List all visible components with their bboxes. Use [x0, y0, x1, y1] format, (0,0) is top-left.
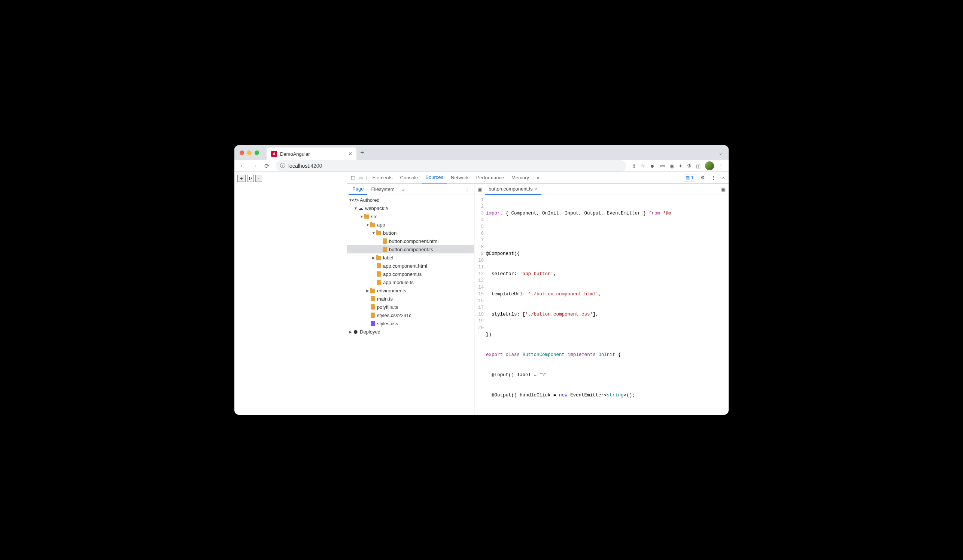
- nav-tab-overflow[interactable]: »: [398, 184, 409, 195]
- file-icon: [376, 271, 381, 277]
- maximize-window-button[interactable]: [255, 151, 259, 155]
- navigator-tabs: Page Filesystem » ⋮: [347, 184, 474, 195]
- share-icon[interactable]: ⇪: [632, 163, 636, 169]
- nav-tab-filesystem[interactable]: Filesystem: [367, 184, 398, 195]
- back-button[interactable]: ←: [237, 160, 248, 171]
- site-info-icon[interactable]: ⓘ: [280, 162, 285, 169]
- extension-icon-3[interactable]: ◉: [670, 163, 674, 169]
- devtools-menu-icon[interactable]: ⋮: [710, 175, 717, 180]
- increment-button[interactable]: +: [237, 175, 246, 182]
- devtools-tabs: ⬚ ▭ | Elements Console Sources Network P…: [347, 172, 729, 184]
- file-icon: [376, 263, 381, 269]
- tree-src[interactable]: ▼src: [347, 212, 474, 220]
- issues-button[interactable]: ▤ 1: [683, 174, 696, 181]
- tab-overflow[interactable]: »: [533, 172, 543, 183]
- deployed-icon: ⬢: [352, 329, 358, 335]
- editor-tabs: ▣ button.component.ts × ▣: [474, 184, 729, 195]
- angular-favicon: A: [271, 151, 277, 157]
- close-tab-button[interactable]: ×: [349, 151, 352, 157]
- bookmark-icon[interactable]: ☆: [640, 163, 645, 169]
- tree-styles-css[interactable]: styles.css: [347, 319, 474, 327]
- tab-strip: A DemoAngular × + ⌄: [234, 145, 729, 160]
- tree-main-ts[interactable]: main.ts: [347, 295, 474, 303]
- tab-title: DemoAngular: [280, 151, 345, 157]
- tree-button-ts[interactable]: button.component.ts: [347, 245, 474, 253]
- tree-styles-q[interactable]: styles.css?231c: [347, 311, 474, 319]
- close-editor-tab-icon[interactable]: ×: [535, 186, 538, 192]
- minimize-window-button[interactable]: [247, 151, 251, 155]
- tab-dropdown-button[interactable]: ⌄: [718, 150, 723, 156]
- folder-icon: [370, 222, 376, 228]
- extensions-icon[interactable]: ✦: [678, 163, 683, 169]
- navigator-menu-icon[interactable]: ⋮: [462, 186, 472, 192]
- url-port: :4200: [309, 163, 322, 169]
- file-icon: [381, 246, 387, 252]
- tab-sources[interactable]: Sources: [422, 172, 447, 183]
- folder-icon: [370, 288, 376, 293]
- tab-network[interactable]: Network: [447, 172, 472, 183]
- tab-elements[interactable]: Elements: [368, 172, 396, 183]
- tree-button-folder[interactable]: ▼button: [347, 229, 474, 237]
- sources-navigator: Page Filesystem » ⋮ ▼</>Authored ▼☁webpa…: [347, 184, 474, 415]
- decrement-button[interactable]: -: [255, 175, 262, 182]
- forward-button[interactable]: →: [250, 160, 260, 171]
- tree-webpack[interactable]: ▼☁webpack://: [347, 204, 474, 212]
- new-tab-button[interactable]: +: [360, 149, 364, 157]
- profile-avatar[interactable]: [705, 161, 714, 170]
- issue-icon: ▤: [686, 175, 690, 180]
- editor-tab-active[interactable]: button.component.ts ×: [485, 184, 541, 195]
- tree-label-folder[interactable]: ▶label: [347, 253, 474, 262]
- close-devtools-icon[interactable]: ×: [720, 175, 726, 180]
- address-bar[interactable]: ⓘ localhost:4200: [276, 160, 626, 172]
- url-host: localhost: [288, 163, 309, 169]
- inspect-element-icon[interactable]: ⬚: [349, 175, 357, 180]
- reload-button[interactable]: ⟳: [261, 160, 272, 171]
- tree-deployed[interactable]: ▶⬢Deployed: [347, 327, 474, 336]
- tree-app-module-ts[interactable]: app.module.ts: [347, 278, 474, 286]
- tree-app[interactable]: ▼app: [347, 220, 474, 229]
- line-gutter: 1234567891011121314151617181920: [474, 195, 486, 415]
- code-content: import { Component, OnInit, Input, Outpu…: [486, 195, 671, 415]
- counter-value: 0: [247, 175, 254, 182]
- toggle-navigator-icon[interactable]: ▣: [474, 186, 485, 192]
- file-icon: [381, 238, 387, 244]
- tab-console[interactable]: Console: [397, 172, 422, 183]
- tab-memory[interactable]: Memory: [508, 172, 533, 183]
- tree-app-component-ts[interactable]: app.component.ts: [347, 270, 474, 278]
- file-tree: ▼</>Authored ▼☁webpack:// ▼src ▼app ▼but…: [347, 195, 474, 415]
- tree-authored[interactable]: ▼</>Authored: [347, 196, 474, 204]
- file-icon: [370, 320, 376, 327]
- nav-tab-page[interactable]: Page: [349, 184, 367, 195]
- sources-body: Page Filesystem » ⋮ ▼</>Authored ▼☁webpa…: [347, 184, 729, 415]
- labs-icon[interactable]: ⚗: [687, 163, 692, 169]
- toggle-debugger-icon[interactable]: ▣: [718, 186, 729, 192]
- tab-performance[interactable]: Performance: [472, 172, 508, 183]
- extension-icon-2[interactable]: 👓: [659, 163, 665, 169]
- file-icon: [370, 296, 376, 302]
- editor-area: ▣ button.component.ts × ▣ 12345678910111…: [474, 184, 729, 415]
- tree-app-component-html[interactable]: app.component.html: [347, 262, 474, 270]
- code-icon: </>: [352, 197, 358, 203]
- folder-icon: [376, 254, 381, 261]
- content-area: + 0 - ⬚ ▭ | Elements Console Sources Net…: [234, 172, 729, 415]
- browser-tab[interactable]: A DemoAngular ×: [267, 147, 357, 160]
- toolbar-actions: ⇪ ☆ ☻ 👓 ◉ ✦ ⚗ ◫ ⋮: [630, 161, 726, 170]
- extension-icon-1[interactable]: ☻: [650, 163, 655, 169]
- browser-toolbar: ← → ⟳ ⓘ localhost:4200 ⇪ ☆ ☻ 👓 ◉ ✦ ⚗ ◫ ⋮: [234, 160, 729, 172]
- tree-polyfills-ts[interactable]: polyfills.ts: [347, 303, 474, 311]
- device-toolbar-icon[interactable]: ▭: [357, 175, 364, 180]
- tree-button-html[interactable]: button.component.html: [347, 237, 474, 245]
- browser-window: A DemoAngular × + ⌄ ← → ⟳ ⓘ localhost:42…: [234, 145, 729, 415]
- file-icon: [370, 312, 376, 318]
- settings-icon[interactable]: ⚙: [699, 175, 707, 180]
- code-editor[interactable]: 1234567891011121314151617181920 import {…: [474, 195, 729, 415]
- tree-environments[interactable]: ▶environments: [347, 286, 474, 295]
- file-icon: [376, 279, 381, 285]
- close-window-button[interactable]: [240, 151, 244, 155]
- folder-icon: [376, 230, 381, 236]
- sidepanel-icon[interactable]: ◫: [696, 163, 700, 169]
- cloud-icon: ☁: [358, 205, 363, 211]
- folder-icon: [363, 214, 370, 219]
- chrome-menu-icon[interactable]: ⋮: [718, 163, 723, 169]
- page-content: + 0 -: [234, 172, 347, 415]
